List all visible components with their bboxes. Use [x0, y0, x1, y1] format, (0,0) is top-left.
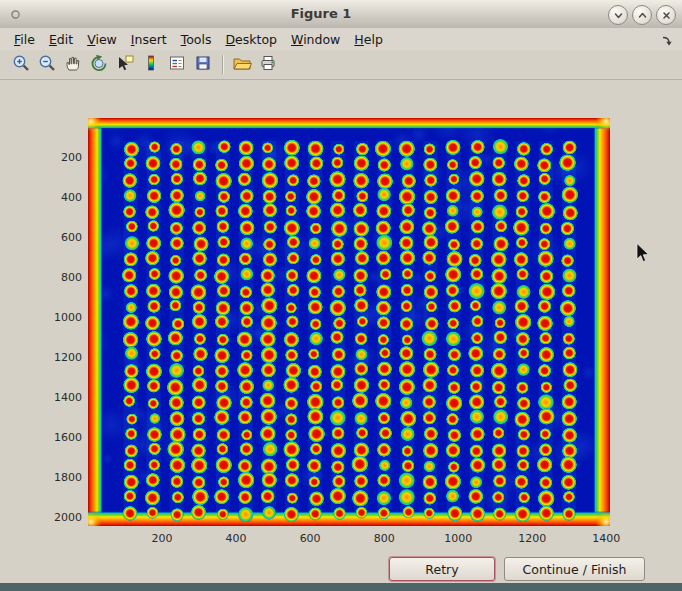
y-tick-label: 1800	[40, 471, 82, 484]
y-tick-label: 600	[40, 231, 82, 244]
menu-items: FileEditViewInsertToolsDesktopWindowHelp	[14, 28, 397, 50]
save-icon	[194, 54, 212, 76]
y-tick-label: 1000	[40, 311, 82, 324]
figure-canvas-area: Retry Continue / Finish 2004006008001000…	[0, 80, 682, 583]
zoom-out-icon	[38, 54, 56, 76]
rotate-3d-icon	[90, 54, 108, 76]
y-tick-label: 1600	[40, 431, 82, 444]
colorbar-button[interactable]	[138, 52, 163, 77]
chevron-down-button[interactable]	[608, 5, 628, 25]
print-icon	[259, 54, 277, 76]
zoom-in-icon	[12, 54, 30, 76]
menu-item-tools[interactable]: Tools	[181, 32, 212, 47]
retry-button[interactable]: Retry	[389, 557, 495, 581]
plot-area[interactable]	[88, 118, 610, 526]
rotate-3d-button[interactable]	[86, 52, 111, 77]
x-tick-label: 1200	[512, 532, 552, 545]
close-icon	[661, 6, 672, 25]
toolbar-separator	[222, 55, 223, 74]
x-tick-label: 400	[216, 532, 256, 545]
data-cursor-icon	[116, 54, 134, 76]
legend-button[interactable]	[164, 52, 189, 77]
y-tick-label: 2000	[40, 511, 82, 524]
zoom-out-button[interactable]	[34, 52, 59, 77]
menu-item-edit[interactable]: Edit	[49, 32, 73, 47]
x-tick-label: 200	[142, 532, 182, 545]
menu-item-window[interactable]: Window	[291, 32, 340, 47]
open-icon	[232, 54, 252, 76]
menu-overflow-arrow-icon	[661, 32, 674, 51]
save-button[interactable]	[190, 52, 215, 77]
menubar: FileEditViewInsertToolsDesktopWindowHelp	[0, 28, 682, 51]
menu-overflow-button[interactable]	[661, 32, 674, 51]
chevron-down-icon	[613, 6, 624, 25]
x-tick-label: 800	[364, 532, 404, 545]
continue-finish-button[interactable]: Continue / Finish	[504, 557, 645, 581]
x-tick-label: 1400	[586, 532, 626, 545]
menu-item-file[interactable]: File	[14, 32, 35, 47]
open-button[interactable]	[229, 52, 254, 77]
x-tick-label: 600	[290, 532, 330, 545]
close-button[interactable]	[656, 5, 676, 25]
window-controls	[608, 5, 676, 25]
y-tick-label: 400	[40, 191, 82, 204]
menu-item-view[interactable]: View	[87, 32, 117, 47]
window-menu-button[interactable]	[8, 7, 22, 21]
chevron-up-button[interactable]	[632, 5, 652, 25]
bottom-strip	[0, 583, 682, 591]
toolbar	[0, 50, 682, 80]
y-tick-label: 800	[40, 271, 82, 284]
chevron-up-icon	[637, 6, 648, 25]
menu-item-insert[interactable]: Insert	[131, 32, 167, 47]
window-title: Figure 1	[30, 6, 612, 21]
menu-item-desktop[interactable]: Desktop	[225, 32, 277, 47]
y-tick-label: 1200	[40, 351, 82, 364]
zoom-in-button[interactable]	[8, 52, 33, 77]
data-cursor-button[interactable]	[112, 52, 137, 77]
x-tick-label: 1000	[438, 532, 478, 545]
figure-image[interactable]	[88, 118, 610, 526]
pan-icon	[64, 54, 82, 76]
menu-item-help[interactable]: Help	[354, 32, 383, 47]
y-tick-label: 200	[40, 151, 82, 164]
y-tick-label: 1400	[40, 391, 82, 404]
pan-button[interactable]	[60, 52, 85, 77]
print-button[interactable]	[255, 52, 280, 77]
window-menu-icon	[10, 5, 21, 24]
legend-icon	[168, 54, 186, 76]
colorbar-icon	[142, 54, 160, 76]
titlebar[interactable]: Figure 1	[0, 0, 682, 29]
